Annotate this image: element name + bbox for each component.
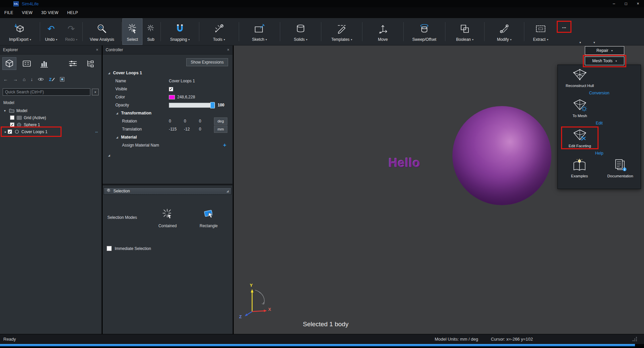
- rectangle-mode-button[interactable]: Rectangle: [193, 208, 225, 228]
- chevron-down-icon[interactable]: ▾: [56, 38, 57, 41]
- translation-z[interactable]: 0: [199, 127, 214, 132]
- analysis-view-button[interactable]: [37, 58, 51, 70]
- group-triangle-icon[interactable]: ◢: [115, 136, 119, 139]
- tree-row-grid[interactable]: Grid (Active): [0, 114, 101, 121]
- clear-search-button[interactable]: ×: [92, 89, 99, 95]
- tree-row-sphere[interactable]: ✓ Sphere 1: [0, 121, 101, 128]
- viewport-3d[interactable]: Hello Selected 1 body Y X Z Repair ▾: [234, 46, 644, 334]
- visibility-checkbox[interactable]: ✓: [10, 122, 14, 127]
- tree-view-button[interactable]: [84, 58, 97, 70]
- toolbar-extract[interactable]: Extract▾: [525, 19, 556, 45]
- toolbar-sweep-offset[interactable]: Sweep/Offset: [405, 19, 444, 45]
- goto-arrow-icon[interactable]: ⇔: [94, 129, 99, 134]
- mesh-tools-dropdown-button[interactable]: Mesh Tools ▾: [585, 57, 624, 65]
- chevron-down-icon[interactable]: ▾: [472, 38, 473, 41]
- visibility-checkbox[interactable]: [10, 115, 14, 120]
- toolbar-select[interactable]: Select: [123, 19, 142, 45]
- documentation-item[interactable]: Documentation: [600, 159, 641, 178]
- toolbar-undo[interactable]: ↶ Undo▾: [41, 19, 61, 45]
- to-mesh-item[interactable]: To Mesh: [559, 98, 601, 118]
- chevron-down-icon[interactable]: ▾: [224, 38, 225, 41]
- toolbar-sketch[interactable]: Sketch▾: [240, 19, 279, 45]
- chevron-down-icon[interactable]: ▾: [547, 38, 548, 41]
- group-material[interactable]: ◢ Material: [103, 133, 232, 141]
- model-view-button[interactable]: [3, 58, 16, 70]
- immediate-selection-option[interactable]: Immediate Selection: [107, 246, 151, 251]
- group-triangle-icon[interactable]: ◢: [107, 154, 111, 157]
- back-icon[interactable]: ←: [3, 77, 8, 82]
- slider-handle[interactable]: [210, 102, 215, 108]
- expander-icon[interactable]: ▸: [3, 130, 8, 134]
- group-triangle-icon[interactable]: ◢: [107, 72, 111, 75]
- toolbar-tools[interactable]: Tools▾: [200, 19, 238, 45]
- visible-checkbox[interactable]: ✓: [169, 87, 173, 91]
- maximize-button[interactable]: □: [620, 0, 632, 7]
- list-options-button[interactable]: [66, 58, 80, 70]
- rotation-y[interactable]: 0: [184, 119, 199, 123]
- menu-view[interactable]: VIEW: [18, 7, 37, 18]
- translation-unit[interactable]: mm: [214, 125, 227, 133]
- resize-grip-icon[interactable]: [632, 336, 638, 343]
- chevron-down-icon[interactable]: ▾: [188, 38, 190, 41]
- panel-splitter[interactable]: [103, 184, 232, 185]
- toolbar-boolean[interactable]: Boolean▾: [446, 19, 483, 45]
- prop-row-collapsed-group[interactable]: ◢: [103, 151, 232, 159]
- hello-3d-text[interactable]: Hello: [389, 156, 420, 170]
- visibility-checkbox[interactable]: ✓: [8, 129, 12, 134]
- forward-icon[interactable]: →: [13, 77, 18, 82]
- chevron-down-icon[interactable]: ▾: [510, 38, 512, 41]
- color-value[interactable]: 248,6,228: [177, 95, 195, 99]
- minimize-button[interactable]: –: [608, 0, 620, 7]
- chevron-down-icon[interactable]: ▾: [30, 38, 31, 41]
- down-icon[interactable]: ↓: [30, 77, 33, 82]
- toolbar-redo[interactable]: ↷ Redo▾: [61, 19, 81, 45]
- group-transformation[interactable]: ◢ Transformation: [103, 109, 232, 117]
- toolbar-sub[interactable]: Sub: [142, 19, 159, 45]
- rename-z-icon[interactable]: Z: [49, 77, 55, 82]
- expander-icon[interactable]: ▾: [3, 109, 7, 112]
- repair-dropdown-button[interactable]: Repair ▾: [585, 46, 624, 55]
- chevron-down-icon[interactable]: ▾: [306, 38, 307, 41]
- examples-item[interactable]: Examples: [559, 159, 600, 178]
- add-material-button[interactable]: +: [223, 142, 226, 149]
- toolbar-view-analysis[interactable]: View Analysis: [84, 19, 120, 45]
- group-triangle-icon[interactable]: ◢: [115, 112, 119, 115]
- close-button[interactable]: ×: [632, 0, 644, 7]
- selection-section-header[interactable]: Selection ◢: [104, 187, 231, 195]
- tree-row-model[interactable]: ▾ Model: [0, 107, 101, 114]
- eye-icon[interactable]: [38, 77, 44, 82]
- rotation-x[interactable]: 0: [169, 119, 184, 123]
- reconstruct-hull-item[interactable]: Reconstruct Hull: [559, 68, 601, 88]
- rotation-unit[interactable]: deg: [214, 117, 227, 125]
- group-cover-loops[interactable]: ◢ Cover Loops 1: [103, 69, 232, 77]
- chevron-down-icon[interactable]: ▾: [594, 41, 595, 44]
- checkbox-filter-icon[interactable]: [60, 77, 65, 82]
- corner-expand-icon[interactable]: ◢: [226, 189, 229, 193]
- tree-row-cover-loops[interactable]: ▸ ✓ Cover Loops 1 ⇔: [0, 128, 101, 135]
- color-swatch[interactable]: [169, 95, 175, 99]
- translation-x[interactable]: -115: [169, 127, 184, 132]
- chevron-down-icon[interactable]: ▾: [351, 38, 352, 41]
- close-icon[interactable]: ×: [227, 48, 229, 52]
- chevron-down-icon[interactable]: ▾: [579, 41, 581, 44]
- toolbar-snapping[interactable]: Snapping▾: [162, 19, 198, 45]
- menu-3d-view[interactable]: 3D VIEW: [37, 7, 63, 18]
- translation-y[interactable]: -12: [184, 127, 199, 132]
- edit-faceting-item[interactable]: Edit Faceting: [559, 128, 601, 148]
- immediate-selection-checkbox[interactable]: [107, 246, 112, 251]
- toolbar-move[interactable]: Move: [363, 19, 402, 45]
- close-icon[interactable]: ×: [96, 48, 98, 52]
- chevron-down-icon[interactable]: ▾: [265, 38, 267, 41]
- toolbar-imp-export[interactable]: Imp/Export▾: [1, 19, 39, 45]
- simulation-view-button[interactable]: [20, 58, 33, 70]
- rotation-z[interactable]: 0: [199, 119, 214, 123]
- show-expressions-button[interactable]: Show Expressions: [186, 58, 228, 66]
- toolbar-modify[interactable]: Modify▾: [486, 19, 523, 45]
- opacity-slider[interactable]: [169, 103, 215, 108]
- toolbar-overflow[interactable]: ...: [556, 19, 572, 45]
- sphere-model[interactable]: [452, 106, 551, 205]
- toolbar-solids[interactable]: Solids▾: [281, 19, 320, 45]
- menu-help[interactable]: HELP: [63, 7, 83, 18]
- toolbar-templates[interactable]: Templates▾: [322, 19, 361, 45]
- contained-mode-button[interactable]: Contained: [151, 208, 184, 228]
